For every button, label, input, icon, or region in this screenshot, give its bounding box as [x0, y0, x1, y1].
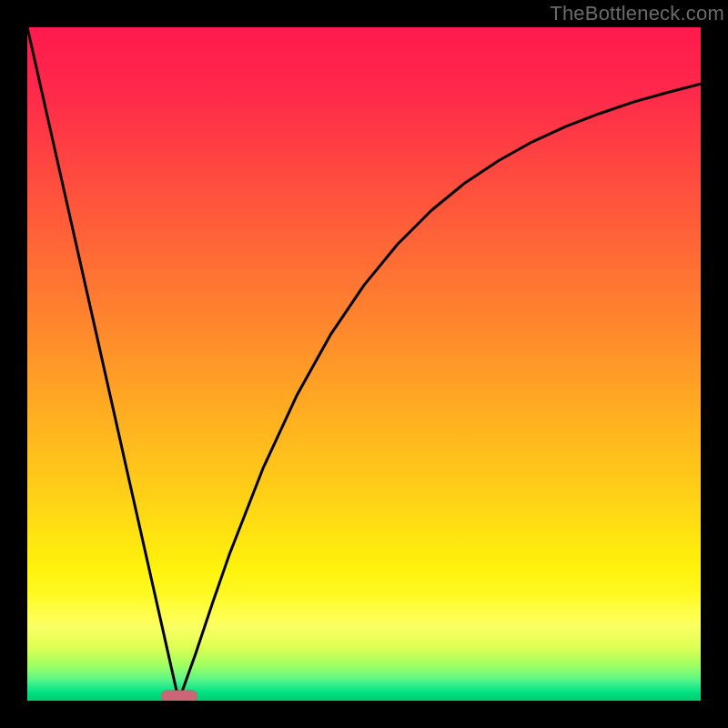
bottleneck-curve-right	[179, 84, 702, 701]
bottleneck-curve-left	[27, 27, 179, 701]
chart-frame: TheBottleneck.com	[0, 0, 728, 728]
plot-area	[27, 27, 701, 701]
curve-layer	[27, 27, 701, 701]
watermark-text: TheBottleneck.com	[550, 2, 724, 25]
